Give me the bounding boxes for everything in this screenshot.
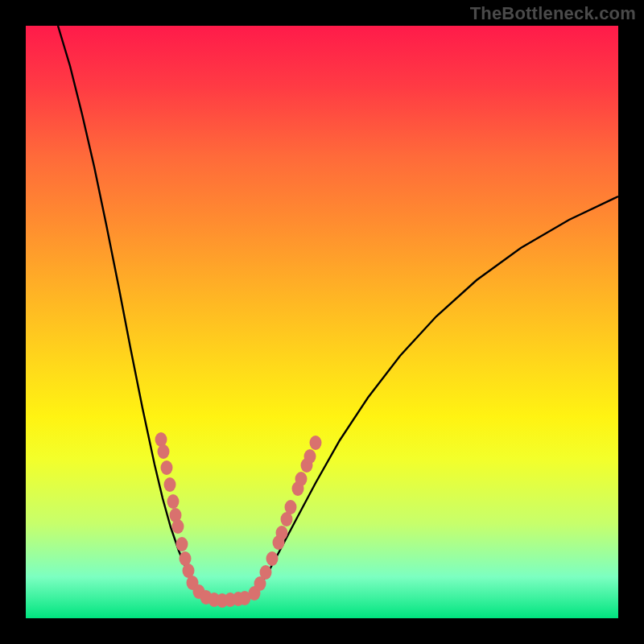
data-point bbox=[164, 477, 176, 492]
data-point bbox=[167, 494, 180, 509]
plot-svg bbox=[26, 26, 618, 618]
data-point bbox=[155, 432, 167, 447]
data-point bbox=[260, 565, 272, 580]
data-point bbox=[176, 537, 188, 551]
chart-area bbox=[26, 26, 618, 618]
data-point bbox=[285, 500, 297, 514]
data-point bbox=[310, 436, 322, 450]
data-point bbox=[295, 472, 308, 486]
data-point bbox=[158, 444, 170, 459]
data-point bbox=[276, 526, 288, 540]
data-point bbox=[304, 449, 316, 464]
data-point bbox=[161, 460, 173, 475]
data-point bbox=[172, 519, 184, 534]
watermark-text: TheBottleneck.com bbox=[470, 3, 636, 24]
left-curve bbox=[58, 26, 203, 596]
scatter-right bbox=[249, 436, 322, 601]
data-point bbox=[266, 551, 279, 566]
right-curve bbox=[250, 196, 618, 598]
